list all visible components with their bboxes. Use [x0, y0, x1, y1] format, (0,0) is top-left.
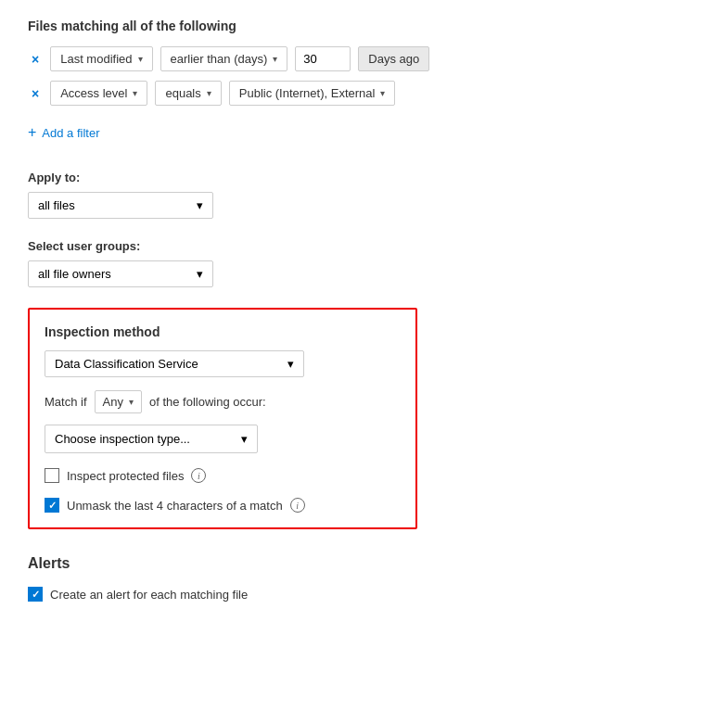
user-groups-dropdown[interactable]: all file owners ▾: [28, 260, 213, 287]
alerts-checkbox[interactable]: [28, 587, 43, 602]
filter2-field-label: Access level: [60, 86, 127, 100]
alerts-title: Alerts: [28, 555, 700, 572]
apply-to-dropdown[interactable]: all files ▾: [28, 192, 213, 219]
inspection-type-row: Choose inspection type... ▾: [45, 425, 401, 453]
filter2-value-label: Public (Internet), External: [239, 86, 376, 100]
inspection-type-dropdown[interactable]: Choose inspection type... ▾: [45, 425, 258, 453]
match-row: Match if Any ▾ of the following occur:: [45, 390, 401, 413]
inspection-type-chevron-icon: ▾: [241, 432, 248, 446]
inspection-method-dropdown[interactable]: Data Classification Service ▾: [45, 350, 304, 377]
filter-row-1: × Last modified ▾ earlier than (days) ▾ …: [28, 46, 700, 71]
inspection-type-placeholder: Choose inspection type...: [55, 432, 190, 446]
filter-row-2: × Access level ▾ equals ▾ Public (Intern…: [28, 81, 700, 106]
match-label: Match if: [45, 395, 87, 409]
user-groups-section: Select user groups: all file owners ▾: [28, 239, 700, 287]
filter1-suffix-button[interactable]: Days ago: [358, 46, 429, 71]
inspection-method-chevron-icon: ▾: [287, 357, 294, 371]
filter2-operator-label: equals: [165, 86, 200, 100]
inspect-protected-info-icon[interactable]: i: [191, 468, 206, 483]
filter1-field-dropdown[interactable]: Last modified ▾: [50, 46, 152, 71]
filter2-field-chevron-icon: ▾: [133, 88, 137, 98]
unmask-row: Unmask the last 4 characters of a match …: [45, 498, 401, 513]
apply-to-chevron-icon: ▾: [197, 198, 203, 212]
filter1-value-input[interactable]: [295, 46, 351, 71]
apply-to-section: Apply to: all files ▾: [28, 171, 700, 219]
add-filter-button[interactable]: + Add a filter: [28, 120, 100, 145]
user-groups-value: all file owners: [38, 267, 111, 281]
unmask-info-icon[interactable]: i: [290, 498, 305, 513]
filter1-operator-dropdown[interactable]: earlier than (days) ▾: [160, 46, 288, 71]
match-value-chevron-icon: ▾: [129, 397, 134, 407]
filter2-value-chevron-icon: ▾: [380, 88, 385, 98]
add-filter-label: Add a filter: [42, 126, 99, 140]
filter1-field-label: Last modified: [60, 52, 132, 66]
filter2-value-dropdown[interactable]: Public (Internet), External ▾: [229, 81, 396, 106]
inspect-protected-label: Inspect protected files: [67, 469, 184, 483]
remove-filter-1-button[interactable]: ×: [28, 50, 43, 69]
match-value-label: Any: [103, 395, 123, 409]
alerts-checkbox-label: Create an alert for each matching file: [50, 588, 248, 602]
match-value-dropdown[interactable]: Any ▾: [95, 390, 142, 413]
inspection-method-label: Data Classification Service: [55, 357, 198, 371]
unmask-checkbox[interactable]: [45, 498, 59, 513]
apply-to-label: Apply to:: [28, 171, 700, 184]
match-suffix-text: of the following occur:: [149, 395, 266, 409]
filter2-operator-chevron-icon: ▾: [207, 88, 211, 98]
apply-to-value: all files: [38, 198, 75, 212]
filter2-operator-dropdown[interactable]: equals ▾: [155, 81, 221, 106]
user-groups-chevron-icon: ▾: [197, 267, 203, 281]
inspection-section: Inspection method Data Classification Se…: [28, 308, 417, 529]
inspection-title: Inspection method: [45, 324, 401, 339]
remove-filter-2-button[interactable]: ×: [28, 84, 43, 103]
filter1-operator-label: earlier than (days): [171, 52, 268, 66]
section-header: Files matching all of the following: [28, 19, 700, 33]
inspect-protected-checkbox[interactable]: [45, 468, 59, 483]
alerts-section: Alerts Create an alert for each matching…: [28, 555, 700, 602]
unmask-label: Unmask the last 4 characters of a match: [67, 499, 283, 513]
plus-icon: +: [28, 124, 36, 141]
user-groups-label: Select user groups:: [28, 239, 700, 253]
filter2-field-dropdown[interactable]: Access level ▾: [50, 81, 147, 106]
filter1-field-chevron-icon: ▾: [138, 54, 143, 64]
inspect-protected-row: Inspect protected files i: [45, 468, 401, 483]
alerts-checkbox-row: Create an alert for each matching file: [28, 587, 700, 602]
filter1-operator-chevron-icon: ▾: [273, 54, 277, 64]
